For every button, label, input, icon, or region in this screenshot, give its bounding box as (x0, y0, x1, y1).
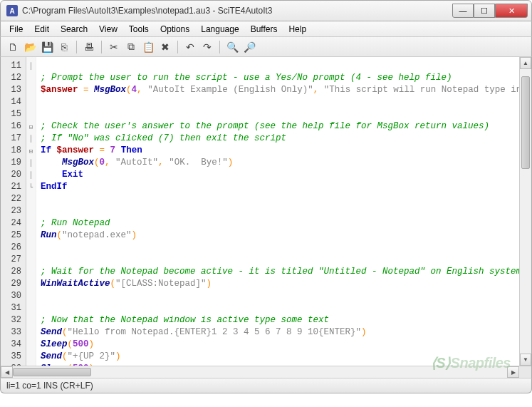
fold-marker (26, 217, 36, 230)
vscroll-track[interactable] (520, 69, 531, 354)
cut-button[interactable]: ✂ (106, 39, 122, 55)
find-replace-button[interactable]: 🔎 (241, 39, 257, 55)
minimize-icon: — (459, 6, 467, 15)
maximize-button[interactable]: ☐ (474, 4, 495, 18)
line-number: 19 (1, 157, 21, 169)
titlebar: A C:\Program Files\AutoIt3\Examples\note… (0, 0, 532, 21)
window-title: C:\Program Files\AutoIt3\Examples\notepa… (22, 6, 452, 16)
code-line[interactable] (41, 290, 519, 302)
code-line[interactable] (41, 242, 519, 254)
line-number: 28 (1, 266, 21, 278)
code-line[interactable]: If $answer = 7 Then (41, 145, 519, 157)
fold-marker (26, 363, 36, 366)
delete-icon: ✖ (161, 41, 169, 53)
line-number: 29 (1, 278, 21, 290)
new-file-icon: 🗋 (8, 41, 18, 53)
line-number: 21 (1, 181, 21, 193)
fold-column: │⊟│⊟││└ (26, 57, 36, 366)
save-icon: 💾 (41, 41, 53, 53)
code-line[interactable] (41, 108, 519, 120)
code-area[interactable]: ; Prompt the user to run the script - us… (36, 57, 519, 366)
open-file-button[interactable]: 📂 (22, 39, 38, 55)
scroll-right-button[interactable]: ▶ (507, 366, 519, 378)
menu-file[interactable]: File (4, 23, 28, 36)
line-number: 27 (1, 254, 21, 266)
code-line[interactable]: ; Prompt the user to run the script - us… (41, 72, 519, 84)
editor: 1112131415161718192021222324252627282930… (0, 57, 532, 378)
code-line[interactable] (41, 193, 519, 205)
save-button[interactable]: 💾 (39, 39, 55, 55)
menu-view[interactable]: View (93, 23, 123, 36)
code-line[interactable] (41, 205, 519, 217)
scroll-left-button[interactable]: ◀ (1, 366, 13, 378)
line-number: 18 (1, 145, 21, 157)
delete-button[interactable]: ✖ (157, 39, 173, 55)
code-line[interactable]: $answer = MsgBox(4, "AutoIt Example (Eng… (41, 84, 519, 96)
minimize-button[interactable]: — (452, 4, 474, 18)
redo-button[interactable]: ↷ (199, 39, 215, 55)
code-line[interactable]: Send("+{UP 2}") (41, 351, 519, 363)
fold-marker[interactable]: ⊟ (26, 145, 36, 157)
print-button[interactable]: 🖶 (81, 39, 97, 55)
code-line[interactable]: ; Run Notepad (41, 217, 519, 230)
code-line[interactable]: ; If "No" was clicked (7) then exit the … (41, 133, 519, 145)
new-file-button[interactable]: 🗋 (5, 39, 21, 55)
code-line[interactable]: Exit (41, 169, 519, 181)
line-number: 13 (1, 84, 21, 96)
code-line[interactable]: Run("notepad.exe") (41, 230, 519, 242)
fold-marker[interactable]: ⊟ (26, 120, 36, 133)
save-all-button[interactable]: ⎘ (56, 39, 72, 55)
code-line[interactable]: WinWaitActive("[CLASS:Notepad]") (41, 278, 519, 290)
code-line[interactable]: ; Wait for the Notepad become active - i… (41, 266, 519, 278)
menu-tools[interactable]: Tools (123, 23, 155, 36)
code-line[interactable]: Send("Hello from Notepad.{ENTER}1 2 3 4 … (41, 326, 519, 339)
line-number: 36 (1, 363, 21, 366)
code-line[interactable]: Sleep(500) (41, 363, 519, 366)
hscroll-thumb[interactable] (13, 368, 91, 376)
fold-marker (26, 254, 36, 266)
line-number: 16 (1, 120, 21, 133)
copy-icon: ⧉ (127, 41, 135, 53)
vertical-scrollbar[interactable]: ▲ ▼ (519, 57, 531, 366)
menu-options[interactable]: Options (155, 23, 195, 36)
vscroll-thumb[interactable] (521, 76, 530, 169)
editor-viewport: 1112131415161718192021222324252627282930… (1, 57, 531, 366)
close-button[interactable]: ✕ (495, 4, 528, 18)
code-line[interactable] (41, 96, 519, 108)
print-icon: 🖶 (84, 41, 94, 53)
code-line[interactable]: MsgBox(0, "AutoIt", "OK. Bye!") (41, 157, 519, 169)
menu-buffers[interactable]: Buffers (245, 23, 283, 36)
fold-marker (26, 242, 36, 254)
toolbar: 🗋📂💾⎘🖶✂⧉📋✖↶↷🔍🔎 (0, 37, 532, 57)
scroll-up-button[interactable]: ▲ (520, 57, 531, 69)
toolbar-separator (219, 41, 220, 53)
menu-edit[interactable]: Edit (28, 23, 55, 36)
code-line[interactable]: ; Now that the Notepad window is active … (41, 314, 519, 326)
undo-button[interactable]: ↶ (182, 39, 198, 55)
close-icon: ✕ (508, 6, 515, 16)
horizontal-scrollbar[interactable]: ◀ ▶ (1, 366, 531, 378)
fold-marker: └ (26, 181, 36, 193)
toolbar-separator (177, 41, 178, 53)
scroll-down-button[interactable]: ▼ (520, 354, 531, 366)
line-number: 17 (1, 133, 21, 145)
copy-button[interactable]: ⧉ (123, 39, 139, 55)
paste-button[interactable]: 📋 (140, 39, 156, 55)
menu-help[interactable]: Help (283, 23, 312, 36)
find-button[interactable]: 🔍 (224, 39, 240, 55)
line-number: 14 (1, 96, 21, 108)
fold-marker (26, 314, 36, 326)
hscroll-track[interactable] (13, 366, 507, 378)
line-number: 32 (1, 314, 21, 326)
maximize-icon: ☐ (481, 6, 488, 16)
menu-search[interactable]: Search (55, 23, 93, 36)
code-line[interactable] (41, 60, 519, 72)
code-line[interactable] (41, 302, 519, 314)
line-number: 35 (1, 351, 21, 363)
menu-language[interactable]: Language (195, 23, 244, 36)
code-line[interactable]: ; Check the user's answer to the prompt … (41, 120, 519, 133)
code-line[interactable]: EndIf (41, 181, 519, 193)
code-line[interactable]: Sleep(500) (41, 339, 519, 351)
code-line[interactable] (41, 254, 519, 266)
line-number: 26 (1, 242, 21, 254)
